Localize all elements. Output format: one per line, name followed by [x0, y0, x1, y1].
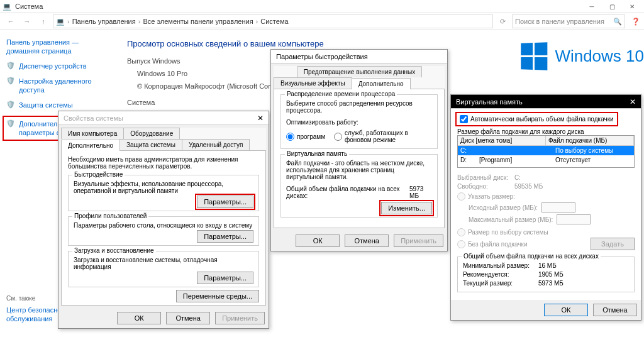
help-icon[interactable]: ❓: [631, 18, 640, 26]
startup-legend: Загрузка и восстановление: [72, 247, 156, 254]
radio-programs[interactable]: программ: [286, 130, 325, 143]
cur-value: 5973 МБ: [538, 280, 629, 287]
ok-button[interactable]: ОК: [296, 234, 340, 247]
perf-legend: Быстродействие: [72, 171, 125, 178]
auto-manage-checkbox[interactable]: Автоматически выбирать объем файла подка…: [457, 114, 616, 124]
cancel-button[interactable]: Отмена: [345, 234, 389, 247]
performance-group: Быстродействие Визуальные эффекты, испол…: [68, 175, 259, 211]
apply-button[interactable]: Применить: [394, 234, 443, 247]
total-group: Общий объем файла подкачки на всех диска…: [457, 256, 635, 292]
vm-total-value: 5973 МБ: [409, 185, 432, 199]
perf-settings-button[interactable]: Параметры...: [197, 196, 253, 208]
min-value: 16 МБ: [538, 262, 629, 269]
navigation-bar: ← → ↑ 💻› Панель управления› Все элементы…: [0, 13, 644, 30]
per-volume-label: Размер файла подкачки для каждого диска: [457, 128, 635, 135]
tab-visual[interactable]: Визуальные эффекты: [274, 77, 352, 89]
address-bar[interactable]: 💻› Панель управления› Все элементы панел…: [53, 14, 493, 28]
ok-button[interactable]: ОК: [117, 312, 161, 324]
pc-icon: 💻: [56, 18, 65, 26]
apply-button[interactable]: Применить: [215, 312, 265, 324]
search-input[interactable]: Поиск в панели управления 🔍: [512, 14, 625, 28]
search-icon: 🔍: [613, 18, 622, 26]
dialog-titlebar[interactable]: Виртуальная память ✕: [451, 95, 641, 109]
cancel-button[interactable]: Отмена: [593, 304, 637, 316]
free-label: Свободно:: [457, 183, 508, 190]
selected-disk-label: Выбранный диск:: [457, 174, 508, 181]
breadcrumb[interactable]: Все элементы панели управления: [143, 18, 253, 25]
min-label: Минимальный размер:: [463, 262, 530, 269]
init-size-input: [541, 202, 575, 212]
remote-settings-link[interactable]: Настройка удаленного доступа: [19, 77, 106, 94]
radio-no-pagefile: Без файла подкачки: [457, 240, 528, 248]
shield-icon: 🛡️: [6, 101, 15, 109]
window-titlebar: 💻 Система ─ ▢ ✕: [0, 0, 644, 13]
disk-row[interactable]: C:По выбору системы: [458, 146, 634, 155]
back-button[interactable]: ←: [4, 14, 18, 28]
tab-remote[interactable]: Удаленный доступ: [182, 139, 250, 150]
radio-services[interactable]: служб, работающих в фоновом режиме: [334, 130, 432, 143]
vm-group: Виртуальная память Файл подкачки - это о…: [280, 154, 438, 218]
system-protection-link[interactable]: Защита системы: [19, 101, 73, 109]
maximize-button[interactable]: ▢: [602, 2, 621, 11]
dialog-titlebar[interactable]: Свойства системы ✕: [58, 111, 269, 125]
system-icon: 💻: [3, 3, 11, 11]
cancel-button[interactable]: Отмена: [166, 312, 210, 324]
tab-protection[interactable]: Защита системы: [119, 139, 182, 150]
control-panel-home[interactable]: Панель управления — домашняя страница: [6, 38, 106, 55]
home-link[interactable]: Панель управления — домашняя страница: [6, 38, 106, 55]
breadcrumb[interactable]: Система: [260, 18, 288, 25]
cpu-legend: Распределение времени процессора: [285, 91, 397, 97]
vm-change-button[interactable]: Изменить...: [381, 202, 432, 214]
profiles-settings-button[interactable]: Параметры...: [197, 230, 253, 243]
sidebar-item[interactable]: 🛡️ Настройка удаленного доступа: [6, 77, 106, 94]
edition-value: Windows 10 Pro: [137, 70, 187, 77]
virtual-memory-dialog: Виртуальная память ✕ Автоматически выбир…: [450, 94, 641, 321]
tab-dep[interactable]: Предотвращение выполнения данных: [297, 66, 423, 77]
cpu-group: Распределение времени процессора Выберит…: [280, 94, 438, 149]
system-properties-dialog: Свойства системы ✕ Имя компьютера Оборуд…: [58, 111, 269, 329]
set-button: Задать: [591, 238, 635, 250]
radio-custom-size: Указать размер:: [457, 192, 635, 201]
performance-options-dialog: Параметры быстродействия Предотвращение …: [270, 49, 448, 251]
dialog-title: Параметры быстродействия: [276, 53, 368, 60]
dialog-titlebar[interactable]: Параметры быстродействия: [271, 50, 447, 63]
dialog-title: Свойства системы: [64, 114, 123, 122]
init-size-label: Исходный размер (МБ):: [469, 204, 538, 211]
dialog-title: Виртуальная память: [456, 98, 523, 106]
device-manager-link[interactable]: Диспетчер устройств: [19, 62, 87, 70]
shield-icon: 🛡️: [6, 62, 15, 70]
windows-logo: Windows 10: [520, 43, 644, 70]
sidebar-item[interactable]: 🛡️ Защита системы: [6, 101, 106, 109]
ok-button[interactable]: ОК: [544, 304, 588, 316]
tab-computer-name[interactable]: Имя компьютера: [61, 128, 124, 139]
breadcrumb[interactable]: Панель управления: [72, 18, 136, 25]
tab-advanced[interactable]: Дополнительно: [61, 140, 120, 151]
tab-hardware[interactable]: Оборудование: [123, 128, 180, 139]
free-value: 59535 МБ: [514, 183, 635, 190]
rec-label: Рекомендуется:: [463, 271, 530, 278]
tabs: Имя компьютера Оборудование: [61, 128, 266, 140]
profiles-group: Профили пользователей Параметры рабочего…: [68, 216, 259, 246]
minimize-button[interactable]: ─: [582, 2, 601, 11]
vm-total-label: Общий объем файла подкачки на всех диска…: [286, 185, 409, 199]
radio-system-managed: Размер по выбору системы: [457, 228, 635, 236]
profiles-desc: Параметры рабочего стола, относящиеся ко…: [74, 222, 253, 229]
col-disk: Диск [метка тома]: [458, 136, 546, 145]
startup-settings-button[interactable]: Параметры...: [197, 272, 253, 284]
cpu-desc: Выберите способ распределения ресурсов п…: [286, 100, 432, 114]
close-icon[interactable]: ✕: [257, 114, 264, 123]
tab-advanced[interactable]: Дополнительно: [352, 78, 411, 89]
up-button[interactable]: ↑: [36, 14, 50, 28]
close-icon[interactable]: ✕: [630, 97, 636, 106]
sidebar-item[interactable]: 🛡️ Диспетчер устройств: [6, 62, 106, 70]
disk-row[interactable]: D:[Programm]Отсутствует: [458, 155, 634, 165]
env-vars-button[interactable]: Переменные среды...: [176, 290, 259, 302]
close-button[interactable]: ✕: [623, 2, 641, 11]
profiles-legend: Профили пользователей: [72, 212, 148, 219]
disk-list[interactable]: Диск [метка тома]Файл подкачки (МБ) C:По…: [457, 135, 635, 168]
max-size-label: Максимальный размер (МБ):: [469, 216, 553, 223]
brand-text: Windows 10: [555, 47, 644, 66]
admin-note: Необходимо иметь права администратора дл…: [68, 156, 259, 170]
forward-button[interactable]: →: [20, 14, 34, 28]
refresh-button[interactable]: ⟳: [496, 14, 509, 28]
